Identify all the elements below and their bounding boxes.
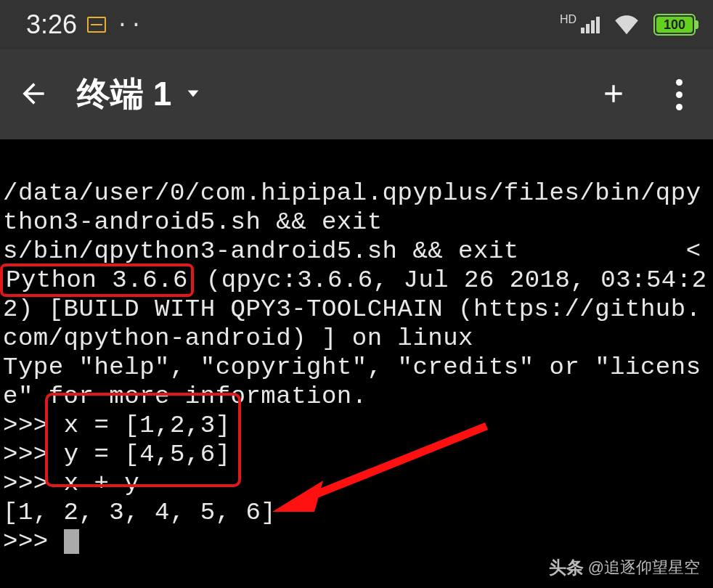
terminal-line: 2) [BUILD WITH QPY3-TOOLCHAIN (https://g… xyxy=(3,295,701,323)
highlight-code-box xyxy=(45,393,241,487)
status-right: HD 100 xyxy=(560,13,696,37)
terminal-line: com/qpython-android) ] on linux xyxy=(3,324,473,352)
terminal-prompt: >>> xyxy=(3,528,64,555)
highlight-python-version: Python 3.6.6 xyxy=(0,264,194,297)
terminal-line: thon3-android5.sh && exit xyxy=(3,208,383,236)
terminal-line: (qpyc:3.6.6, Jul 26 2018, 03:54:2 xyxy=(191,266,707,294)
app-title: 终端 1 xyxy=(77,72,171,117)
terminal-line: < xyxy=(686,237,701,265)
chevron-down-icon xyxy=(184,86,202,104)
terminal-line: s/bin/qpython3-android5.sh && exit xyxy=(3,237,519,265)
wifi-icon xyxy=(613,13,640,37)
more-menu-icon[interactable] xyxy=(656,79,696,110)
back-icon[interactable] xyxy=(17,78,49,112)
sim-card-icon xyxy=(87,17,106,33)
app-bar: 终端 1 xyxy=(0,49,713,139)
annotation-arrow-icon xyxy=(272,419,497,513)
status-dots: ·· xyxy=(116,13,144,37)
cellular-signal-icon xyxy=(581,17,600,33)
watermark: 头条 @追逐仰望星空 xyxy=(549,556,700,579)
status-bar: 3:26 ·· HD 100 xyxy=(0,0,713,49)
status-time: 3:26 xyxy=(26,9,77,40)
battery-icon: 100 xyxy=(653,14,696,36)
terminal-line: /data/user/0/com.hipipal.qpyplus/files/b… xyxy=(3,179,701,207)
terminal-line: Type "help", "copyright", "credits" or "… xyxy=(3,354,701,381)
hd-signal-icon: HD xyxy=(560,13,576,26)
svg-line-0 xyxy=(301,426,486,500)
terminal-title-dropdown[interactable]: 终端 1 xyxy=(77,72,571,117)
svg-marker-1 xyxy=(272,481,323,512)
battery-level: 100 xyxy=(664,17,685,33)
status-left: 3:26 ·· xyxy=(26,9,144,40)
terminal-output[interactable]: /data/user/0/com.hipipal.qpyplus/files/b… xyxy=(0,139,713,588)
cursor-icon xyxy=(64,529,79,554)
terminal-result: [1, 2, 3, 4, 5, 6] xyxy=(3,499,276,526)
watermark-user: @追逐仰望星空 xyxy=(588,557,700,579)
watermark-prefix: 头条 xyxy=(549,556,584,579)
add-button[interactable] xyxy=(599,79,628,110)
